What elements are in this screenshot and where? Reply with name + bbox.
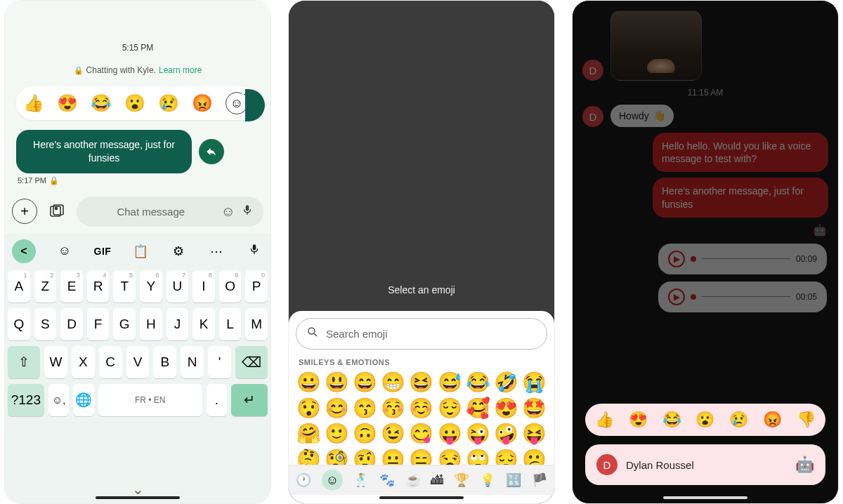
message-bubble[interactable]: Here's another message, just for funsies: [16, 130, 192, 173]
reaction-sad[interactable]: 😢: [158, 93, 179, 113]
numeric-key[interactable]: ?123: [8, 384, 44, 416]
voice-input-icon[interactable]: [245, 243, 263, 259]
enter-key[interactable]: ↵: [231, 384, 268, 416]
emoji-cell[interactable]: 😁: [381, 372, 406, 394]
objects-tab[interactable]: 💡: [480, 472, 495, 488]
key-Q[interactable]: Q: [8, 308, 30, 340]
key-V[interactable]: V: [126, 346, 150, 378]
play-button[interactable]: ▶: [668, 289, 685, 305]
emoji-cell[interactable]: 🤣: [494, 372, 519, 394]
key-E[interactable]: E3: [60, 270, 83, 303]
emoji-cell[interactable]: 🤩: [522, 398, 547, 420]
outgoing-bubble[interactable]: Here's another message, just for funsies: [653, 178, 828, 217]
reaction-laugh[interactable]: 😂: [91, 93, 112, 113]
emoji-cell[interactable]: 🙃: [352, 423, 377, 445]
key-S[interactable]: S: [34, 308, 57, 340]
key-I[interactable]: I8: [192, 270, 215, 303]
emoji-cell[interactable]: 😛: [437, 423, 462, 445]
reply-button[interactable]: [199, 139, 224, 164]
reaction-angry[interactable]: 😡: [763, 411, 782, 429]
recent-tab[interactable]: 🕐: [296, 472, 311, 488]
reaction-wow[interactable]: 😮: [124, 93, 145, 113]
key-Z[interactable]: Z2: [34, 270, 57, 303]
emoji-cell[interactable]: 😀: [296, 372, 321, 394]
emoji-cell[interactable]: 😝: [522, 423, 547, 445]
incoming-bubble[interactable]: Howdy 👋: [610, 105, 674, 127]
emoji-cell[interactable]: 😃: [324, 372, 349, 394]
voice-bubble[interactable]: ▶ 00:09: [658, 244, 827, 274]
clipboard-icon[interactable]: 📋: [131, 244, 150, 259]
learn-more-link[interactable]: Learn more: [159, 65, 202, 75]
reaction-wow[interactable]: 😮: [695, 411, 714, 429]
emoji-search-input[interactable]: Search emoji: [296, 318, 547, 350]
reaction-thumbs-down[interactable]: 👎: [797, 411, 816, 429]
key-K[interactable]: K: [192, 308, 215, 340]
play-button[interactable]: ▶: [668, 251, 685, 267]
outgoing-bubble[interactable]: Hello hello. Would you like a voice mess…: [653, 133, 828, 172]
emoji-cell[interactable]: 🙂: [324, 423, 349, 445]
home-indicator[interactable]: [379, 496, 464, 499]
reaction-heart-eyes[interactable]: 😍: [629, 411, 648, 429]
backspace-key[interactable]: ⌫: [235, 346, 268, 378]
key-Y[interactable]: Y6: [140, 270, 162, 303]
emoji-key[interactable]: ☺,: [48, 384, 70, 416]
travel-tab[interactable]: 🏙: [431, 473, 443, 488]
emoji-cell[interactable]: 😙: [352, 398, 377, 420]
reaction-thumbs-up[interactable]: 👍: [595, 411, 614, 429]
emoji-cell[interactable]: 😜: [465, 423, 490, 445]
home-indicator[interactable]: [663, 496, 747, 499]
flags-tab[interactable]: 🏴: [532, 472, 547, 488]
emoji-cell[interactable]: 🥰: [465, 398, 490, 420]
emoji-cell[interactable]: 😭: [522, 372, 547, 394]
key-A[interactable]: A1: [8, 270, 30, 303]
reaction-heart-eyes[interactable]: 😍: [57, 93, 78, 113]
activity-tab[interactable]: 🏆: [454, 472, 469, 488]
emoji-cell[interactable]: 😉: [381, 423, 406, 445]
chevron-down-icon[interactable]: ⌄: [132, 481, 144, 498]
key-J[interactable]: J: [166, 308, 189, 340]
key-X[interactable]: X: [72, 346, 95, 378]
key-R[interactable]: R4: [87, 270, 110, 303]
key-N[interactable]: N: [181, 346, 204, 378]
emoji-cell[interactable]: 😋: [409, 423, 434, 445]
reaction-laugh[interactable]: 😂: [662, 411, 681, 429]
key-U[interactable]: U7: [166, 270, 189, 303]
emoji-cell[interactable]: 😄: [352, 372, 377, 394]
key-H[interactable]: H: [140, 308, 162, 340]
key-W[interactable]: W: [44, 346, 67, 378]
emoji-cell[interactable]: 😯: [296, 398, 321, 420]
home-indicator[interactable]: [96, 496, 180, 499]
period-key[interactable]: .: [207, 384, 228, 416]
key-C[interactable]: C: [99, 346, 122, 378]
key-M[interactable]: M: [245, 308, 268, 340]
shift-key[interactable]: ⇧: [8, 346, 40, 378]
emoji-cell[interactable]: 🤪: [494, 423, 519, 445]
emoji-icon[interactable]: ☺: [221, 204, 235, 220]
key-apostrophe[interactable]: ': [208, 346, 231, 378]
smileys-tab[interactable]: ☺: [322, 470, 343, 491]
emoji-cell[interactable]: 😅: [437, 372, 462, 394]
symbols-tab[interactable]: 🔣: [506, 472, 521, 488]
gif-button[interactable]: GIF: [93, 246, 112, 257]
photo-message[interactable]: [610, 11, 702, 81]
key-L[interactable]: L: [219, 308, 242, 340]
key-T[interactable]: T5: [113, 270, 136, 303]
key-D[interactable]: D: [60, 308, 83, 340]
reaction-thumbs-up[interactable]: 👍: [23, 93, 44, 113]
key-B[interactable]: B: [153, 346, 176, 378]
add-button[interactable]: +: [12, 199, 37, 224]
key-G[interactable]: G: [113, 308, 136, 340]
emoji-cell[interactable]: 🤗: [296, 423, 321, 445]
keyboard-back-button[interactable]: <: [12, 239, 36, 263]
more-icon[interactable]: ⋯: [207, 244, 226, 259]
language-key[interactable]: 🌐: [73, 384, 94, 416]
reaction-sad[interactable]: 😢: [729, 411, 748, 429]
emoji-cell[interactable]: 😚: [381, 398, 406, 420]
emoji-cell[interactable]: 😍: [494, 398, 519, 420]
emoji-cell[interactable]: 😊: [324, 398, 349, 420]
voice-bubble[interactable]: ▶ 00:05: [658, 281, 827, 312]
reaction-angry[interactable]: 😡: [192, 93, 213, 113]
settings-icon[interactable]: ⚙: [169, 244, 188, 259]
avatar[interactable]: D: [582, 60, 603, 81]
person-card[interactable]: D Dylan Roussel 🤖: [585, 444, 825, 485]
